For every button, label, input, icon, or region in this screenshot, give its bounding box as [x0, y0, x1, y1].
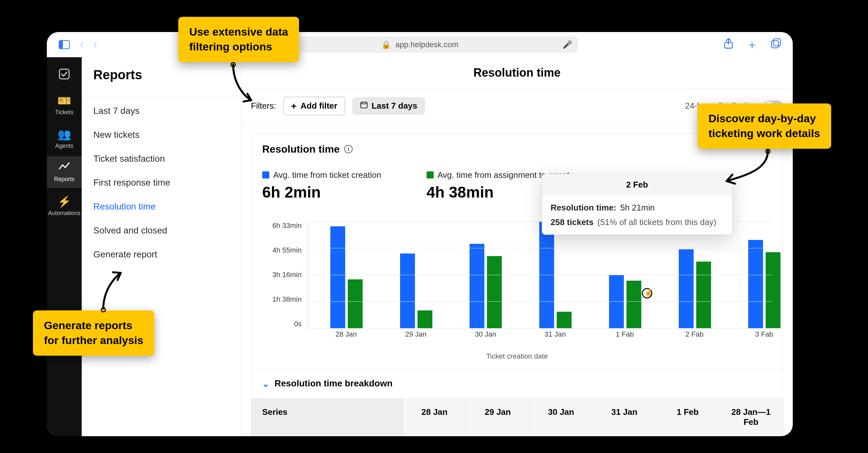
legend-swatch-blue	[262, 171, 269, 178]
rail-label: Agents	[55, 143, 73, 149]
chevron-down-icon: ⌄	[262, 379, 269, 389]
bar-cluster[interactable]	[457, 244, 515, 328]
bar-creation	[330, 226, 345, 328]
nav-back-icon[interactable]: ‹	[80, 39, 84, 51]
callout-generate: Generate reports for further analysis	[33, 310, 154, 356]
page-title: Resolution time	[241, 57, 793, 89]
resolution-time-card: Resolution time i Avg. time from ticket …	[251, 133, 783, 436]
browser-window: ‹ › 🔒 app.helpdesk.com 🎤 ＋	[47, 32, 793, 436]
chart-tooltip: 2 Feb Resolution time: 5h 21min 258 tick…	[542, 174, 733, 235]
breakdown-column-header: 29 Jan	[466, 399, 530, 435]
x-tick-label: 30 Jan	[456, 330, 515, 339]
sidebar-title: Reports	[82, 57, 241, 96]
callout-generate-text: Generate reports for further analysis	[44, 319, 144, 346]
bar-assignment	[487, 256, 502, 328]
rail-label: Reports	[54, 176, 74, 183]
breakdown-column-header: 31 Jan	[593, 399, 656, 435]
bar-assignment	[696, 262, 711, 328]
y-tick-label: 1h 38min	[262, 295, 302, 304]
bar-assignment	[557, 312, 571, 328]
breakdown-column-header: 28 Jan—1 Feb	[719, 399, 783, 435]
date-range-label: Last 7 days	[372, 101, 417, 111]
tooltip-row1-value: 5h 21min	[620, 203, 655, 213]
info-icon[interactable]: i	[344, 145, 352, 153]
svg-rect-4	[771, 41, 779, 48]
sidebar-item[interactable]: Ticket satisfaction	[93, 153, 229, 164]
share-icon[interactable]	[724, 38, 733, 52]
sidebar-item[interactable]: First response time	[93, 177, 229, 188]
sidebar-item[interactable]: Generate report	[93, 249, 229, 260]
nav-forward-icon[interactable]: ›	[93, 39, 97, 51]
bar-assignment	[626, 281, 641, 328]
metric-label-creation: Avg. time from ticket creation	[273, 170, 381, 180]
new-tab-icon[interactable]: ＋	[746, 37, 758, 53]
bar-cluster[interactable]	[735, 240, 793, 328]
callout-filter-dot	[230, 62, 236, 67]
callout-filter: Use extensive data filtering options	[178, 17, 299, 62]
sidebar-item[interactable]: Last 7 days	[93, 106, 229, 116]
rail-item-agents[interactable]: 👥 Agents	[47, 122, 82, 154]
breakdown-column-header: 30 Jan	[530, 399, 593, 435]
callout-discover: Discover day-by-day ticketing work detai…	[698, 104, 831, 149]
bar-creation	[679, 249, 693, 328]
url-bar[interactable]: 🔒 app.helpdesk.com 🎤	[261, 36, 578, 53]
callout-discover-text: Discover day-by-day ticketing work detai…	[709, 112, 820, 139]
bar-creation	[748, 240, 763, 328]
tooltip-header: 2 Feb	[542, 174, 732, 196]
resolution-time-chart: 6h 33min4h 55min3h 16min1h 38min0s 28 Ja…	[262, 222, 772, 341]
callout-discover-dot	[765, 149, 771, 154]
svg-rect-6	[361, 102, 367, 108]
x-tick-label: 31 Jan	[526, 330, 584, 339]
bar-cluster[interactable]	[666, 249, 724, 328]
inbox-check-icon	[58, 68, 70, 82]
lock-icon: 🔒	[381, 40, 391, 49]
svg-rect-5	[59, 69, 69, 79]
x-tick-label: 3 Fab	[735, 330, 793, 339]
url-text: app.helpdesk.com	[396, 40, 459, 49]
calendar-icon	[360, 101, 368, 111]
rail-item-reports[interactable]: Reports	[47, 156, 82, 188]
add-filter-button[interactable]: + Add filter	[283, 97, 345, 115]
rail-label: Automations	[48, 210, 81, 217]
bar-cluster[interactable]	[387, 254, 445, 328]
browser-chrome: ‹ › 🔒 app.helpdesk.com 🎤 ＋	[47, 32, 793, 57]
svg-rect-1	[59, 40, 63, 49]
mic-icon[interactable]: 🎤	[562, 40, 572, 49]
rail-label: Tickets	[55, 109, 73, 116]
breakdown-column-header: 28 Jan	[403, 399, 466, 435]
y-tick-label: 6h 33min	[262, 222, 302, 230]
rail-item-tickets[interactable]: 🎫 Tickets	[47, 89, 82, 121]
sidebar-toggle-icon[interactable]	[58, 39, 70, 51]
breakdown-toggle[interactable]: ⌄ Resolution time breakdown	[251, 369, 783, 398]
bar-creation	[469, 244, 485, 328]
y-tick-label: 4h 55min	[262, 246, 302, 254]
breakdown-column-header: 1 Feb	[656, 399, 719, 435]
plus-icon: +	[291, 101, 297, 112]
sidebar-item[interactable]: Solved and closed	[93, 225, 229, 236]
tabs-icon[interactable]	[771, 38, 781, 51]
bar-cluster[interactable]	[317, 226, 376, 328]
reports-sidebar: Reports Last 7 daysNew ticketsTicket sat…	[82, 57, 241, 436]
filters-label: Filters:	[251, 101, 276, 111]
date-range-chip[interactable]: Last 7 days	[352, 97, 425, 115]
tooltip-row1-label: Resolution time:	[551, 203, 616, 213]
bar-assignment	[417, 310, 432, 328]
breakdown-column-header: Series	[251, 399, 403, 435]
automations-icon: ⚡	[58, 195, 71, 208]
x-tick-label: 28 Jan	[317, 330, 375, 339]
sidebar-item[interactable]: Resolution time	[93, 201, 229, 212]
breakdown-label: Resolution time breakdown	[275, 378, 393, 389]
metric-value-creation: 6h 2min	[262, 183, 381, 201]
rail-item-automations[interactable]: ⚡ Automations	[47, 190, 82, 222]
y-tick-label: 0s	[262, 320, 302, 328]
svg-rect-3	[773, 39, 780, 46]
tickets-icon: 🎫	[58, 94, 71, 107]
callout-filter-text: Use extensive data filtering options	[189, 26, 288, 53]
agents-icon: 👥	[58, 128, 71, 141]
card-title: Resolution time	[262, 143, 340, 155]
legend-swatch-green	[427, 171, 434, 178]
sidebar-item[interactable]: New tickets	[93, 130, 229, 140]
x-tick-label: 2 Fab	[665, 330, 724, 339]
rail-item-inbox[interactable]	[47, 64, 82, 87]
callout-generate-dot	[101, 307, 106, 312]
